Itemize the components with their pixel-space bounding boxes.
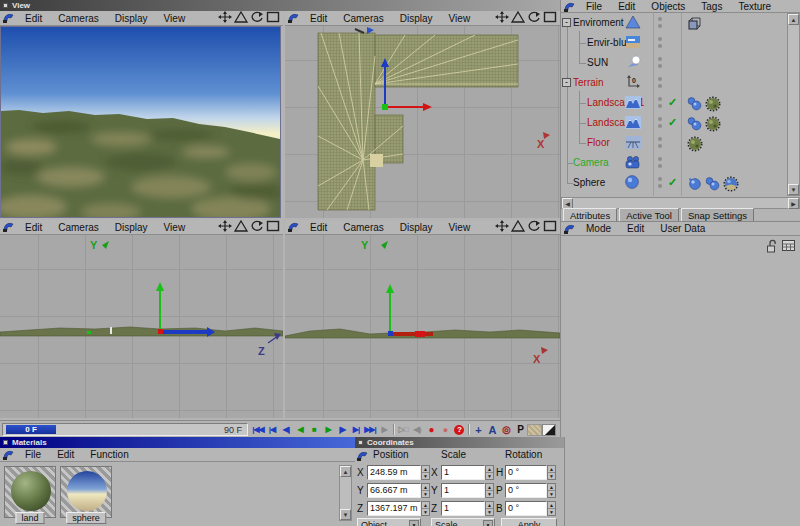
ghost-play-button[interactable]: ▶ <box>377 423 391 436</box>
visibility-dots[interactable] <box>658 117 662 128</box>
texture-tag-green[interactable] <box>705 116 721 131</box>
rotation-spinner[interactable]: ▲▼ <box>547 465 556 480</box>
visibility-dots[interactable] <box>658 137 662 148</box>
attr-menu-edit[interactable]: Edit <box>619 223 652 234</box>
panel-grab-icon[interactable] <box>3 449 15 460</box>
pan-icon[interactable] <box>216 11 232 25</box>
position-input[interactable]: 1367.197 m <box>367 501 421 516</box>
position-spinner[interactable]: ▲▼ <box>421 465 430 480</box>
object-row-sun[interactable]: SUN <box>561 53 787 73</box>
goto-end-button[interactable]: ▶▶| <box>363 423 377 436</box>
expander-toggle[interactable]: - <box>562 18 571 27</box>
scale-spinner[interactable]: ▲▼ <box>485 465 494 480</box>
om-vertical-scrollbar[interactable]: ▲ ▼ <box>787 13 800 196</box>
texture-tag-green[interactable] <box>687 136 703 151</box>
record-parameter-toggle[interactable]: P <box>513 423 527 436</box>
om-menu-tags[interactable]: Tags <box>693 1 730 12</box>
viewport-menu-edit[interactable]: Edit <box>302 13 335 24</box>
dolly-icon[interactable] <box>509 11 525 25</box>
object-name[interactable]: Camera <box>573 157 609 168</box>
expand-corner-button[interactable] <box>542 424 556 436</box>
display-tag[interactable] <box>687 16 703 31</box>
viewport-menu-view[interactable]: View <box>156 222 194 233</box>
maximize-icon[interactable] <box>541 220 557 234</box>
viewport-perspective[interactable] <box>0 26 281 218</box>
scroll-up-button[interactable]: ▲ <box>788 14 799 25</box>
om-menu-objects[interactable]: Objects <box>643 1 693 12</box>
light-icon[interactable] <box>625 55 643 71</box>
prev-key-button[interactable]: |◀ <box>265 423 279 436</box>
record-button[interactable]: ● <box>424 423 438 436</box>
scale-mode-select[interactable]: Scale ▼ <box>431 518 495 526</box>
goto-start-button[interactable]: |◀◀ <box>251 423 265 436</box>
scale-input[interactable]: 1 <box>441 465 485 480</box>
rotate-icon[interactable] <box>248 220 264 234</box>
viewport-side[interactable]: Y Z <box>0 235 283 418</box>
smoothing-tag[interactable] <box>687 116 703 131</box>
dolly-icon[interactable] <box>232 11 248 25</box>
pan-icon[interactable] <box>493 11 509 25</box>
object-name[interactable]: Enviroment <box>573 17 624 28</box>
maximize-icon[interactable] <box>264 11 280 25</box>
viewport-menu-edit[interactable]: Edit <box>302 222 335 233</box>
apply-button[interactable]: Apply <box>501 518 557 526</box>
panel-grab-icon[interactable] <box>564 1 576 12</box>
panel-grab-icon[interactable] <box>564 223 576 234</box>
object-mode-select[interactable]: Object ▼ <box>357 518 421 526</box>
object-name[interactable]: Terrain <box>573 77 604 88</box>
camera-icon[interactable] <box>625 155 643 171</box>
scroll-down-button[interactable]: ▼ <box>340 509 351 520</box>
object-row-landscape[interactable]: Landscape✓ <box>561 113 787 133</box>
stop-button[interactable]: ■ <box>307 423 321 436</box>
landscape-icon[interactable] <box>625 115 643 131</box>
position-input[interactable]: 66.667 m <box>367 483 421 498</box>
scroll-up-button[interactable]: ▲ <box>340 466 351 477</box>
play-reverse-button[interactable]: ◀ <box>293 423 307 436</box>
smoothing-tag[interactable] <box>705 176 721 191</box>
landscape-icon[interactable] <box>625 95 643 111</box>
material-name[interactable]: sphere <box>66 512 106 524</box>
scale-input[interactable]: 1 <box>441 483 485 498</box>
viewport-top[interactable]: X <box>285 26 560 218</box>
position-spinner[interactable]: ▲▼ <box>421 501 430 516</box>
viewport-menu-cameras[interactable]: Cameras <box>335 13 392 24</box>
rotation-spinner[interactable]: ▲▼ <box>547 483 556 498</box>
om-menu-texture[interactable]: Texture <box>730 1 779 12</box>
rotate-icon[interactable] <box>525 220 541 234</box>
autokey-button[interactable]: ● <box>438 423 452 436</box>
keypad-icon[interactable] <box>782 240 795 252</box>
dolly-icon[interactable] <box>509 220 525 234</box>
om-menu-file[interactable]: File <box>578 1 610 12</box>
scale-spinner[interactable]: ▲▼ <box>485 501 494 516</box>
mat-menu-edit[interactable]: Edit <box>49 449 82 460</box>
object-row-floor[interactable]: Floor <box>561 133 787 153</box>
rotation-input[interactable]: 0 ° <box>505 501 547 516</box>
pan-icon[interactable] <box>216 220 232 234</box>
material-swatch-land[interactable]: land <box>4 466 56 518</box>
smoothing-tag[interactable] <box>687 96 703 111</box>
panel-grab-icon[interactable] <box>357 450 369 461</box>
help-button[interactable]: ? <box>452 423 466 436</box>
visibility-dots[interactable] <box>658 177 662 188</box>
rotation-input[interactable]: 0 ° <box>505 465 547 480</box>
position-spinner[interactable]: ▲▼ <box>421 483 430 498</box>
panel-grab-icon[interactable] <box>3 12 17 25</box>
om-menu-edit[interactable]: Edit <box>610 1 643 12</box>
panel-grab-icon[interactable] <box>288 221 302 234</box>
object-name[interactable]: Sphere <box>573 177 605 188</box>
scroll-down-button[interactable]: ▼ <box>788 184 799 195</box>
materials-titlebar[interactable]: Materials <box>0 437 355 448</box>
sound-toggle-button[interactable]: ◀) <box>410 423 424 436</box>
unlock-icon[interactable] <box>766 239 777 253</box>
viewport-menu-cameras[interactable]: Cameras <box>50 13 107 24</box>
scale-input[interactable]: 1 <box>441 501 485 516</box>
viewport-menu-display[interactable]: Display <box>392 13 441 24</box>
viewport-menu-display[interactable]: Display <box>107 13 156 24</box>
enabled-check-icon[interactable]: ✓ <box>668 116 677 129</box>
visibility-dots[interactable] <box>658 157 662 168</box>
mat-menu-function[interactable]: Function <box>82 449 136 460</box>
tab-attributes[interactable]: Attributes <box>563 208 617 221</box>
position-input[interactable]: 248.59 m <box>367 465 421 480</box>
record-rotation-toggle[interactable]: ◎ <box>499 423 513 436</box>
null-icon[interactable]: 0 <box>625 75 643 91</box>
